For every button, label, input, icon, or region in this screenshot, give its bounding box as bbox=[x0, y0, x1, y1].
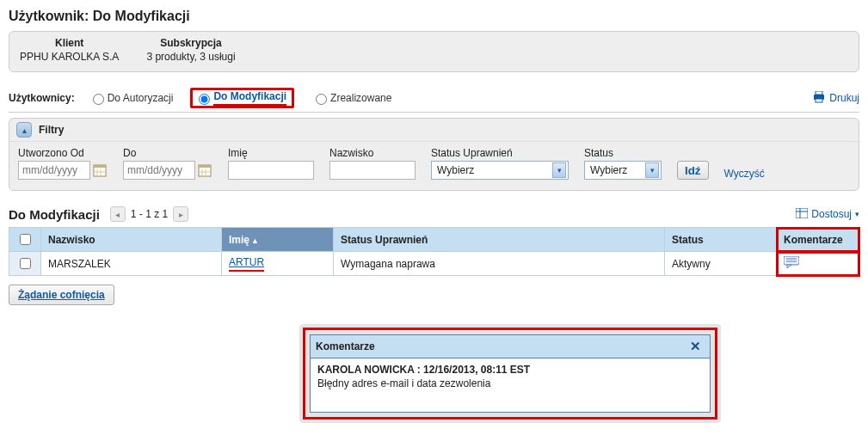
svg-rect-16 bbox=[784, 256, 799, 265]
radio-input-done[interactable] bbox=[316, 94, 327, 105]
status-label: Status bbox=[584, 147, 662, 159]
radio-label-mod: Do Modyfikacji bbox=[213, 90, 286, 102]
col-header-komentarze[interactable]: Komentarze bbox=[777, 228, 859, 252]
filters-panel: ▴ Filtry Utworzono Od Do Imię bbox=[9, 118, 859, 191]
chevron-right-icon: ▸ bbox=[179, 210, 183, 219]
radio-label-done: Zrealizowane bbox=[330, 92, 391, 104]
col-header-imie[interactable]: Imię▲ bbox=[222, 228, 334, 252]
row-checkbox[interactable] bbox=[20, 258, 31, 269]
radio-do-modyfikacji[interactable]: Do Modyfikacji bbox=[190, 88, 294, 108]
created-from-input[interactable] bbox=[18, 161, 90, 180]
chevron-down-icon: ▾ bbox=[552, 162, 566, 178]
chevron-left-icon: ◂ bbox=[115, 210, 120, 219]
col-header-status[interactable]: Status bbox=[665, 228, 777, 252]
grid-title: Do Modyfikacji bbox=[9, 207, 100, 222]
cell-perm: Wymagana naprawa bbox=[334, 252, 665, 276]
subscription-label: Subskrypcja bbox=[146, 37, 235, 49]
svg-rect-4 bbox=[94, 165, 106, 168]
radio-zrealizowane[interactable]: Zrealizowane bbox=[306, 89, 397, 107]
users-table: Nazwisko Imię▲ Status Uprawnień Status K… bbox=[9, 227, 859, 276]
sort-asc-icon: ▲ bbox=[251, 236, 259, 245]
svg-rect-9 bbox=[199, 165, 211, 168]
svg-rect-2 bbox=[816, 99, 822, 102]
customize-link[interactable]: Dostosuj ▾ bbox=[796, 208, 859, 221]
collapse-filters-button[interactable]: ▴ bbox=[16, 122, 32, 138]
users-label: Użytkownicy: bbox=[9, 92, 75, 104]
lastname-input[interactable] bbox=[329, 161, 416, 180]
select-all-checkbox[interactable] bbox=[20, 234, 31, 245]
user-filter-row: Użytkownicy: Do Autoryzacji Do Modyfikac… bbox=[9, 88, 859, 113]
svg-rect-1 bbox=[816, 91, 822, 95]
printer-icon bbox=[812, 91, 826, 106]
chevron-down-icon: ▾ bbox=[855, 210, 859, 218]
lastname-label: Nazwisko bbox=[329, 147, 416, 159]
cell-imie: ARTUR bbox=[222, 252, 334, 276]
col-header-perm[interactable]: Status Uprawnień bbox=[334, 228, 665, 252]
comment-body: Błędny adres e-mail i data zezwolenia bbox=[317, 377, 703, 389]
created-to-label: Do bbox=[123, 147, 212, 159]
print-link[interactable]: Drukuj bbox=[812, 91, 859, 106]
created-to-input[interactable] bbox=[123, 161, 195, 180]
comment-icon[interactable] bbox=[784, 256, 799, 268]
table-row: MARSZALEK ARTUR Wymagana naprawa Aktywny bbox=[9, 252, 859, 276]
pager-next-button[interactable]: ▸ bbox=[173, 206, 188, 222]
comment-meta: KAROLA NOWICKA : 12/16/2013, 08:11 EST bbox=[317, 364, 703, 376]
radio-do-autoryzacji[interactable]: Do Autoryzacji bbox=[83, 89, 179, 107]
chevron-up-icon: ▴ bbox=[22, 126, 27, 135]
grid-header-row: Do Modyfikacji ◂ 1 - 1 z 1 ▸ Dostosuj ▾ bbox=[9, 206, 859, 222]
cell-nazwisko: MARSZALEK bbox=[41, 252, 222, 276]
subscription-value: 3 produkty, 3 usługi bbox=[146, 51, 235, 63]
pager-prev-button[interactable]: ◂ bbox=[110, 206, 126, 222]
client-value: PPHU KAROLKA S.A bbox=[20, 51, 119, 63]
popup-close-button[interactable]: ✕ bbox=[686, 339, 705, 354]
customize-label: Dostosuj bbox=[811, 208, 852, 220]
radio-label-auth: Do Autoryzacji bbox=[108, 92, 174, 104]
user-firstname-link[interactable]: ARTUR bbox=[229, 256, 264, 272]
close-icon: ✕ bbox=[690, 339, 701, 353]
cell-status: Aktywny bbox=[665, 252, 777, 276]
svg-rect-13 bbox=[796, 208, 808, 218]
firstname-label: Imię bbox=[228, 147, 314, 159]
filters-title: Filtry bbox=[39, 124, 64, 136]
customize-icon bbox=[796, 208, 808, 221]
select-value: Wybierz bbox=[437, 164, 474, 176]
status-select[interactable]: Wybierz ▾ bbox=[584, 161, 662, 180]
select-value: Wybierz bbox=[590, 164, 627, 176]
print-label: Drukuj bbox=[829, 92, 859, 104]
comments-popup: Komentarze ✕ KAROLA NOWICKA : 12/16/2013… bbox=[310, 334, 711, 413]
perm-status-label: Status Uprawnień bbox=[431, 147, 569, 159]
pager-text: 1 - 1 z 1 bbox=[131, 208, 168, 220]
radio-input-auth[interactable] bbox=[93, 94, 104, 105]
radio-input-mod[interactable] bbox=[199, 94, 210, 105]
client-label: Klient bbox=[20, 37, 119, 49]
comments-popup-container: Komentarze ✕ KAROLA NOWICKA : 12/16/2013… bbox=[299, 324, 721, 423]
calendar-icon[interactable] bbox=[92, 162, 108, 178]
perm-status-select[interactable]: Wybierz ▾ bbox=[431, 161, 569, 180]
popup-title: Komentarze bbox=[316, 340, 375, 352]
go-button[interactable]: Idź bbox=[677, 161, 709, 180]
firstname-input[interactable] bbox=[228, 161, 314, 180]
info-panel: Klient PPHU KAROLKA S.A Subskrypcja 3 pr… bbox=[9, 31, 859, 72]
revert-request-button[interactable]: Żądanie cofnięcia bbox=[9, 285, 114, 305]
created-from-label: Utworzono Od bbox=[18, 147, 108, 159]
col-header-nazwisko[interactable]: Nazwisko bbox=[41, 228, 222, 252]
calendar-icon[interactable] bbox=[197, 162, 212, 178]
clear-link[interactable]: Wyczyść bbox=[724, 168, 765, 180]
chevron-down-icon: ▾ bbox=[645, 162, 659, 178]
cell-komentarze bbox=[777, 252, 859, 276]
page-title: Użytkownik: Do Modyfikacji bbox=[9, 9, 859, 24]
